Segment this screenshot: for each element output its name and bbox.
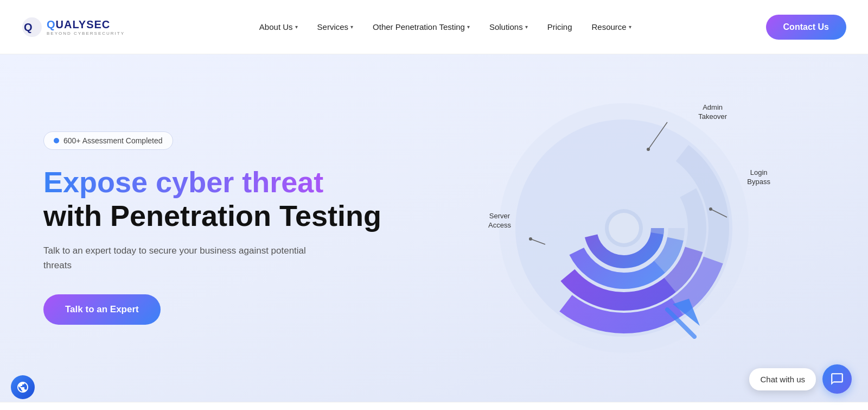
hero-title-dark: with Penetration Testing bbox=[43, 199, 381, 232]
svg-point-19 bbox=[529, 237, 532, 241]
chevron-down-icon: ▾ bbox=[350, 24, 353, 30]
svg-text:Q: Q bbox=[24, 21, 33, 33]
nav-item-services[interactable]: Services ▾ bbox=[308, 18, 363, 36]
footer-strip: Fortune 100 to startup we secure them al… bbox=[0, 402, 868, 410]
label-login-bypass: Login Bypass bbox=[747, 168, 770, 187]
nav-item-resource[interactable]: Resource ▾ bbox=[582, 18, 641, 36]
nav-item-solutions[interactable]: Solutions ▾ bbox=[480, 18, 538, 36]
contact-us-button[interactable]: Contact Us bbox=[766, 15, 846, 40]
logo-text: QUALYSEC bbox=[47, 18, 125, 31]
navbar: Q QUALYSEC BEYOND CYBERSECURITY About Us… bbox=[0, 0, 868, 54]
hero-subtitle: Talk to an expert today to secure your b… bbox=[43, 243, 336, 273]
chevron-down-icon: ▾ bbox=[295, 24, 298, 30]
svg-point-13 bbox=[609, 213, 639, 243]
chat-label: Chat with us bbox=[749, 368, 816, 390]
chevron-down-icon: ▾ bbox=[467, 24, 470, 30]
logo-icon: Q bbox=[22, 17, 42, 37]
nav-links: About Us ▾ Services ▾ Other Penetration … bbox=[125, 18, 766, 36]
assessment-badge: 600+ Assessment Completed bbox=[43, 131, 173, 150]
chat-button[interactable] bbox=[822, 364, 852, 394]
logo[interactable]: Q QUALYSEC BEYOND CYBERSECURITY bbox=[22, 17, 125, 37]
diagram-container: Admin Takeover Login Bypass Server Acces… bbox=[488, 92, 760, 364]
badge-dot bbox=[54, 138, 59, 143]
chevron-down-icon: ▾ bbox=[525, 24, 528, 30]
talk-to-expert-button[interactable]: Talk to an Expert bbox=[43, 294, 161, 325]
label-server-access: Server Access bbox=[488, 212, 511, 230]
nav-item-other-pen[interactable]: Other Penetration Testing ▾ bbox=[363, 18, 480, 36]
bottom-left-icon[interactable] bbox=[11, 375, 35, 399]
label-admin-takeover: Admin Takeover bbox=[698, 103, 727, 122]
hero-title: Expose cyber threat with Penetration Tes… bbox=[43, 165, 423, 232]
logo-tagline: BEYOND CYBERSECURITY bbox=[47, 31, 125, 36]
hero-section: 600+ Assessment Completed Expose cyber t… bbox=[0, 54, 868, 402]
globe-icon bbox=[16, 381, 29, 394]
chevron-down-icon: ▾ bbox=[629, 24, 631, 30]
hero-left: 600+ Assessment Completed Expose cyber t… bbox=[43, 131, 423, 325]
hero-right: Admin Takeover Login Bypass Server Acces… bbox=[423, 87, 825, 369]
nav-item-about[interactable]: About Us ▾ bbox=[250, 18, 308, 36]
penetration-diagram bbox=[488, 92, 760, 364]
chat-widget: Chat with us bbox=[749, 364, 852, 394]
hero-title-gradient: Expose cyber threat bbox=[43, 166, 323, 198]
svg-point-17 bbox=[647, 148, 650, 151]
chat-icon bbox=[830, 372, 844, 386]
nav-item-pricing[interactable]: Pricing bbox=[538, 18, 582, 36]
svg-point-18 bbox=[709, 207, 712, 211]
